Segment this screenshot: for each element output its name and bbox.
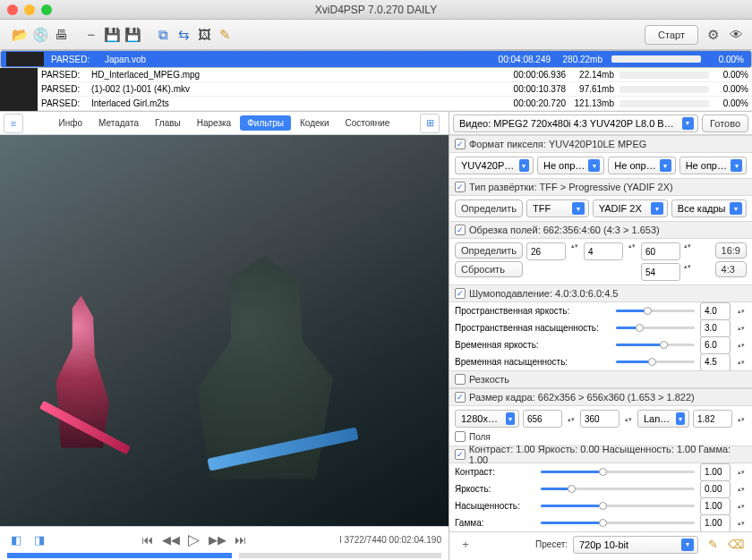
file-row[interactable]: PARSED: HD_Interlaced_MPEG.mpg 00:00:06.… — [0, 68, 752, 82]
stepper-icon[interactable]: ▴▾ — [736, 469, 747, 475]
step-back-icon[interactable]: ◀◀ — [162, 533, 180, 547]
gear-icon[interactable]: ⚙ — [704, 26, 722, 44]
crop-right-input[interactable]: 4 — [584, 242, 623, 260]
pixel-opt2-select[interactable]: Не опре...▾ — [608, 157, 675, 174]
scan-frames-select[interactable]: Все кадры▾ — [671, 199, 747, 217]
scan-checkbox[interactable] — [455, 182, 466, 192]
layout-a-icon[interactable]: ◧ — [7, 533, 25, 547]
file-row[interactable]: PARSED: Japan.vob 00:04:08.249 280.22mb … — [0, 50, 752, 68]
slider-value[interactable]: 4.5 — [700, 353, 731, 371]
slider[interactable] — [541, 471, 695, 473]
slider-value[interactable]: 1.00 — [700, 497, 731, 515]
slider[interactable] — [616, 344, 695, 346]
frame-w-input[interactable]: 656 — [523, 410, 562, 428]
slider[interactable] — [541, 488, 695, 490]
tab-нарезка[interactable]: Нарезка — [190, 115, 238, 131]
tab-метадата[interactable]: Метадата — [91, 115, 146, 131]
preset-select[interactable]: 720p 10-bit▾ — [573, 536, 698, 554]
slider[interactable] — [541, 505, 695, 507]
sharp-checkbox[interactable] — [455, 374, 466, 385]
tab-инфо[interactable]: Инфо — [52, 115, 90, 131]
preset-delete-icon[interactable]: ⌫ — [727, 538, 745, 551]
stepper-icon[interactable]: ▴▾ — [736, 520, 747, 526]
list-icon[interactable]: ≡ — [4, 114, 23, 133]
slider-value[interactable]: 4.0 — [700, 302, 731, 320]
file-duration: 00:00:06.936 — [494, 70, 566, 80]
minus-icon[interactable]: − — [82, 26, 100, 44]
tab-главы[interactable]: Главы — [148, 115, 188, 131]
denoise-checkbox[interactable] — [455, 288, 466, 299]
frame-header: Размер кадра: 662x356 > 656x360 (1.653 >… — [449, 388, 752, 406]
save-all-icon[interactable]: 💾 — [124, 26, 141, 44]
slider[interactable] — [616, 361, 695, 363]
step-fwd-icon[interactable]: ▶▶ — [209, 533, 226, 547]
stepper-icon[interactable]: ▴▾ — [736, 359, 747, 365]
seek-remaining[interactable] — [239, 553, 442, 558]
stepper-icon[interactable]: ▴▾ — [736, 308, 747, 314]
eye-icon[interactable]: 👁 — [727, 26, 745, 44]
crop-bottom-input[interactable]: 54 — [641, 263, 680, 281]
crop-detect-button[interactable]: Определить — [455, 242, 523, 259]
file-row[interactable]: PARSED: (1)-002 (1)-001 (4K).mkv 00:00:1… — [0, 82, 752, 97]
tab-кодеки[interactable]: Кодеки — [293, 115, 337, 131]
color-checkbox[interactable] — [455, 449, 466, 460]
frame-aspect-input[interactable]: 1.82 — [693, 410, 732, 428]
crop-top-input[interactable]: 60 — [641, 242, 680, 260]
slider-value[interactable]: 1.00 — [700, 514, 731, 532]
pixel-opt1-select[interactable]: Не опре...▾ — [537, 157, 604, 174]
printer-icon[interactable]: 🖶 — [52, 26, 70, 44]
save-icon[interactable]: 💾 — [103, 26, 121, 44]
crop-checkbox[interactable] — [455, 225, 466, 235]
aspect-169-button[interactable]: 16:9 — [715, 242, 747, 259]
aspect-43-button[interactable]: 4:3 — [715, 261, 747, 277]
scan-detect-button[interactable]: Определить — [455, 199, 523, 217]
stepper-icon[interactable]: ▴▾ — [736, 486, 747, 492]
frame-preset-select[interactable]: 1280x720max▾ — [455, 410, 519, 428]
pixel-format-select[interactable]: YUV420P10LE▾ — [455, 157, 534, 174]
crop-reset-button[interactable]: Сбросить — [455, 261, 523, 277]
file-row[interactable]: PARSED: Interlaced Girl.m2ts 00:00:20.72… — [0, 97, 752, 111]
video-stream-select[interactable]: Видео: MPEG2 720x480i 4:3 YUV420P L8.0 B… — [453, 115, 698, 132]
pixel-opt3-select[interactable]: Не опре...▾ — [679, 157, 747, 174]
slider-value[interactable]: 6.0 — [700, 336, 731, 354]
layout-b-icon[interactable]: ◨ — [30, 533, 48, 547]
frame-filter-select[interactable]: Lanczos3▾ — [637, 410, 689, 428]
skip-end-icon[interactable]: ⏭ — [232, 533, 250, 547]
frame-checkbox[interactable] — [455, 392, 466, 403]
slider-value[interactable]: 0.00 — [700, 480, 731, 498]
slider-label: Контраст: — [455, 467, 535, 477]
swap-icon[interactable]: ⇆ — [175, 26, 192, 44]
image-icon[interactable]: 🖼 — [195, 26, 213, 44]
frame-h-input[interactable]: 360 — [580, 410, 620, 428]
tab-фильтры[interactable]: Фильтры — [240, 115, 291, 131]
scan-mode-select[interactable]: YADIF 2X▾ — [593, 199, 668, 217]
settings-panel: Видео: MPEG2 720x480i 4:3 YUV420P L8.0 B… — [449, 112, 752, 560]
start-button[interactable]: Старт — [645, 25, 698, 45]
slider[interactable] — [616, 310, 695, 312]
skip-start-icon[interactable]: ⏮ — [139, 533, 157, 547]
slider[interactable] — [616, 327, 695, 329]
stepper-icon[interactable]: ▴▾ — [736, 325, 747, 331]
duplicate-icon[interactable]: ⧉ — [154, 26, 172, 44]
play-icon[interactable]: ▷ — [185, 530, 203, 549]
stepper-icon[interactable]: ▴▾ — [736, 342, 747, 348]
preset-edit-icon[interactable]: ✎ — [704, 538, 722, 551]
fields-checkbox[interactable] — [455, 431, 466, 442]
pixel-format-checkbox[interactable] — [455, 139, 466, 149]
scan-field-select[interactable]: TFF▾ — [526, 199, 589, 217]
add-preset-icon[interactable]: + — [457, 538, 474, 551]
ready-button[interactable]: Готово — [702, 115, 748, 132]
crop-left-input[interactable]: 26 — [526, 242, 566, 260]
stepper-icon[interactable]: ▴▾ — [736, 503, 747, 509]
tab-состояние[interactable]: Состояние — [338, 115, 397, 131]
edit-icon[interactable]: ✎ — [216, 26, 234, 44]
seek-progress[interactable] — [7, 553, 232, 558]
slider[interactable] — [541, 522, 695, 524]
file-list: PARSED: Japan.vob 00:04:08.249 280.22mb … — [0, 50, 752, 112]
disc-icon[interactable]: 💿 — [31, 26, 49, 44]
video-preview[interactable] — [0, 135, 449, 526]
slider-value[interactable]: 1.00 — [700, 463, 731, 481]
slider-value[interactable]: 3.0 — [700, 319, 731, 337]
filter-add-icon[interactable]: ⊞ — [420, 114, 440, 133]
open-folder-icon[interactable]: 📂 — [11, 26, 29, 44]
